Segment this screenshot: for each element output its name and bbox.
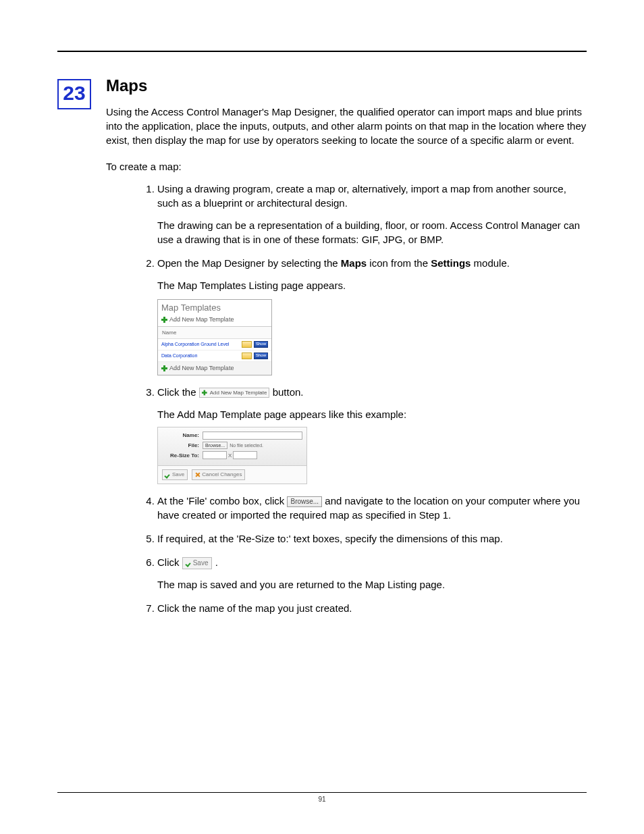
page-footer: 91 bbox=[57, 792, 587, 803]
step-2-mid: icon from the bbox=[367, 257, 431, 269]
map-templates-add-label-top: Add New Map Template bbox=[169, 315, 234, 324]
step-4-pre: At the 'File' combo box, click bbox=[157, 495, 287, 506]
add-new-map-template-button-inline: Add New Map Template bbox=[199, 388, 270, 398]
step-6-pre: Click bbox=[157, 556, 182, 568]
step-2-bold-settings: Settings bbox=[431, 257, 471, 269]
step-3-sub: The Add Map Template page appears like t… bbox=[157, 407, 587, 421]
map-templates-row-2: Data Corporation Show bbox=[158, 350, 271, 362]
intro-paragraph: Using the Access Control Manager's Map D… bbox=[106, 105, 587, 147]
amt-resize-height bbox=[233, 451, 257, 459]
map-templates-row-1-name: Alpha Corporation Ground Level bbox=[161, 341, 229, 348]
amt-x-separator: X bbox=[228, 452, 232, 459]
plus-icon bbox=[161, 365, 167, 371]
amt-file-row: File: Browse... No file selected. bbox=[162, 442, 302, 450]
add-new-map-template-label: Add New Map Template bbox=[210, 389, 267, 396]
show-button-2: Show bbox=[254, 353, 268, 359]
amt-resize-width bbox=[203, 451, 227, 459]
amt-resize-row: Re-Size To: X bbox=[162, 451, 302, 459]
amt-button-row: Save Cancel Changes bbox=[158, 466, 306, 483]
page: 23 Maps Using the Access Control Manager… bbox=[0, 0, 644, 834]
content-row: 23 Maps Using the Access Control Manager… bbox=[57, 76, 587, 625]
step-3-pre: Click the bbox=[157, 386, 199, 398]
plus-icon bbox=[202, 390, 207, 396]
step-4: At the 'File' combo box, click Browse...… bbox=[157, 494, 587, 522]
step-3-post: button. bbox=[273, 386, 304, 398]
map-templates-screenshot: Map Templates Add New Map Template Name … bbox=[157, 299, 272, 375]
map-templates-add-bottom: Add New Map Template bbox=[158, 362, 271, 375]
step-5: If required, at the 'Re-Size to:' text b… bbox=[157, 531, 587, 546]
amt-name-input bbox=[203, 432, 302, 440]
check-icon bbox=[165, 472, 171, 477]
save-button-inline: Save bbox=[182, 557, 213, 569]
amt-name-row: Name: bbox=[162, 432, 302, 440]
step-6-post: . bbox=[215, 556, 218, 568]
step-2-bold-maps: Maps bbox=[341, 257, 367, 269]
main-content: Maps Using the Access Control Manager's … bbox=[106, 76, 587, 625]
step-3: Click the Add New Map Template button. T… bbox=[157, 385, 587, 484]
step-1: Using a drawing program, create a map or… bbox=[157, 182, 587, 246]
steps-list: Using a drawing program, create a map or… bbox=[106, 182, 587, 615]
amt-save-button: Save bbox=[162, 469, 188, 479]
show-button-1: Show bbox=[254, 341, 268, 348]
step-5-text: If required, at the 'Re-Size to:' text b… bbox=[157, 533, 503, 544]
amt-browse-button: Browse... bbox=[203, 442, 227, 450]
step-1-sub: The drawing can be a representation of a… bbox=[157, 218, 587, 246]
amt-save-label: Save bbox=[172, 471, 184, 478]
map-templates-row-2-name: Data Corporation bbox=[161, 353, 197, 359]
map-templates-column-header: Name bbox=[158, 327, 271, 339]
step-2-sub: The Map Templates Listing page appears. bbox=[157, 278, 587, 292]
browse-button-inline: Browse... bbox=[287, 496, 322, 507]
amt-cancel-label: Cancel Changes bbox=[202, 471, 242, 478]
step-6-sub: The map is saved and you are returned to… bbox=[157, 577, 587, 592]
chapter-number-box: 23 bbox=[57, 79, 91, 109]
amt-cancel-button: Cancel Changes bbox=[192, 469, 245, 479]
step-6: Click Save . The map is saved and you ar… bbox=[157, 555, 587, 592]
edit-icon bbox=[242, 353, 252, 359]
amt-resize-label: Re-Size To: bbox=[162, 452, 199, 459]
step-1-text: Using a drawing program, create a map or… bbox=[157, 183, 566, 209]
top-rule bbox=[57, 51, 587, 52]
step-2-post: module. bbox=[471, 257, 510, 269]
save-button-inline-label: Save bbox=[193, 558, 209, 568]
page-number: 91 bbox=[57, 793, 587, 803]
map-templates-title: Map Templates bbox=[158, 300, 271, 314]
page-title: Maps bbox=[106, 76, 587, 95]
check-icon bbox=[186, 561, 192, 566]
cancel-icon bbox=[195, 472, 200, 477]
step-7: Click the name of the map you just creat… bbox=[157, 601, 587, 615]
amt-name-label: Name: bbox=[162, 432, 199, 439]
edit-icon bbox=[242, 341, 252, 348]
amt-no-file-selected: No file selected. bbox=[230, 442, 263, 449]
add-map-template-form: Name: File: Browse... No file selected. … bbox=[158, 427, 306, 467]
step-7-text: Click the name of the map you just creat… bbox=[157, 602, 352, 614]
step-2: Open the Map Designer by selecting the M… bbox=[157, 256, 587, 375]
map-templates-add-label-bottom: Add New Map Template bbox=[169, 364, 234, 373]
map-templates-row-1: Alpha Corporation Ground Level Show bbox=[158, 339, 271, 350]
amt-file-label: File: bbox=[162, 442, 199, 449]
map-templates-add-top: Add New Map Template bbox=[158, 314, 271, 327]
step-2-pre: Open the Map Designer by selecting the bbox=[157, 257, 341, 269]
add-map-template-screenshot: Name: File: Browse... No file selected. … bbox=[157, 427, 307, 484]
plus-icon bbox=[161, 317, 167, 323]
lead-line: To create a map: bbox=[106, 161, 587, 172]
